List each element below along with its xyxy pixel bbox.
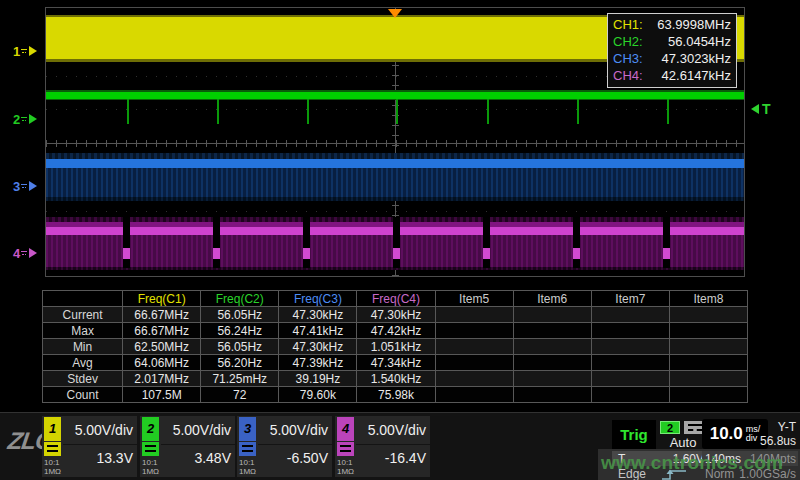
ch1-offset: 13.3V — [96, 450, 133, 466]
waveform-ch4-gap-pulse — [123, 248, 130, 259]
waveform-ch4-gap — [483, 217, 490, 268]
table-cell — [435, 323, 513, 339]
freq-ch3-value: 47.3023kHz — [662, 51, 731, 67]
ch1-probe-info: 10:1 1MΩ — [44, 458, 61, 476]
ch3-position-marker[interactable]: 3 — [13, 179, 37, 193]
table-cell: 71.25mHz — [201, 371, 279, 387]
oscilloscope-screen: 1 2 3 4 T CH1: 63.9998MHz CH2: 56.0454Hz… — [0, 0, 800, 480]
freq-ch2-value: 56.0454Hz — [668, 34, 731, 50]
table-col-header-item5[interactable]: Item5 — [435, 291, 513, 307]
ch4-status-block[interactable]: 4 10:1 1MΩ 5.00V/div -16.4V — [335, 416, 430, 477]
ch4-probe-ratio: 10:1 — [337, 458, 354, 467]
table-cell: 1.051kHz — [357, 339, 435, 355]
arrow-right-icon — [29, 181, 37, 191]
display-mode: Y-T — [742, 420, 796, 434]
table-cell: 79.60k — [279, 387, 357, 403]
ch2-probe-info: 10:1 1MΩ — [142, 458, 159, 476]
ch2-dc-coupling-icon — [142, 442, 159, 456]
table-cell — [435, 355, 513, 371]
table-cell — [435, 371, 513, 387]
waveform-ch4-gap-pulse — [393, 248, 400, 259]
trigger-level-label: T — [762, 101, 771, 117]
table-cell — [513, 307, 591, 323]
ch4-badge[interactable]: 4 — [337, 417, 354, 441]
ch2-status-block[interactable]: 2 10:1 1MΩ 5.00V/div 3.48V — [140, 416, 235, 477]
table-cell — [513, 339, 591, 355]
table-col-header-item7[interactable]: Item7 — [591, 291, 669, 307]
ch2-position-marker[interactable]: 2 — [13, 112, 37, 126]
ch2-badge[interactable]: 2 — [142, 417, 159, 441]
table-cell: 47.30kHz — [279, 307, 357, 323]
freq-ch4-label: CH4: — [613, 68, 643, 84]
waveform-ch4-gap — [393, 217, 400, 268]
row-label: Avg — [43, 355, 123, 371]
measurement-table: Freq(C1) Freq(C2) Freq(C3) Freq(C4) Item… — [42, 290, 748, 403]
ch1-position-marker[interactable]: 1 — [13, 44, 37, 58]
waveform-ch4-gap-pulse — [663, 248, 670, 259]
table-cell: 47.30kHz — [357, 307, 435, 323]
trigger-level-marker[interactable]: T — [751, 101, 771, 117]
table-cell — [591, 339, 669, 355]
ch3-offset: -6.50V — [287, 450, 328, 466]
table-cell — [435, 387, 513, 403]
table-cell: 47.39kHz — [279, 355, 357, 371]
waveform-ch2-spike — [396, 99, 398, 124]
waveform-ch3-fill — [46, 168, 744, 197]
timebase-mode-info: Y-T 56.8us — [742, 420, 796, 448]
ch3-status-block[interactable]: 3 10:1 1MΩ 5.00V/div -6.50V — [237, 416, 332, 477]
table-row-current: Current 66.67MHz 56.05Hz 47.30kHz 47.30k… — [43, 307, 748, 323]
table-cell: 1.540kHz — [357, 371, 435, 387]
table-cell: 47.41kHz — [279, 323, 357, 339]
table-col-header-item8[interactable]: Item8 — [669, 291, 747, 307]
table-cell: 56.20Hz — [201, 355, 279, 371]
row-label: Count — [43, 387, 123, 403]
arrow-right-icon — [29, 114, 37, 124]
ch4-offset: -16.4V — [385, 450, 426, 466]
trigger-sweep-mode[interactable]: Auto — [658, 435, 708, 450]
trigger-status-title[interactable]: Trig — [612, 420, 656, 449]
waveform-ch3-trace — [46, 159, 744, 168]
ch1-status-block[interactable]: 1 10:1 1MΩ 5.00V/div 13.3V — [42, 416, 137, 477]
trigger-source-badge[interactable]: 2 — [660, 421, 680, 434]
freq-row-ch3: CH3: 47.3023kHz — [613, 51, 731, 67]
table-cell: 47.42kHz — [357, 323, 435, 339]
waveform-ch4-gap — [123, 217, 130, 268]
table-cell — [591, 371, 669, 387]
table-col-header-item6[interactable]: Item6 — [513, 291, 591, 307]
table-cell — [669, 323, 747, 339]
table-col-header-freq-c1[interactable]: Freq(C1) — [123, 291, 201, 307]
table-cell — [669, 387, 747, 403]
table-cell — [591, 387, 669, 403]
table-col-header-freq-c3[interactable]: Freq(C3) — [279, 291, 357, 307]
freq-ch3-label: CH3: — [613, 51, 643, 67]
table-cell: 47.34kHz — [357, 355, 435, 371]
table-col-header-freq-c4[interactable]: Freq(C4) — [357, 291, 435, 307]
table-col-header — [43, 291, 123, 307]
table-cell: 56.24Hz — [201, 323, 279, 339]
ch1-badge[interactable]: 1 — [44, 417, 61, 441]
table-row-avg: Avg 64.06MHz 56.20Hz 47.39kHz 47.34kHz — [43, 355, 748, 371]
trigger-position-marker-icon[interactable] — [388, 9, 402, 18]
table-row-count: Count 107.5M 72 79.60k 75.98k — [43, 387, 748, 403]
freq-ch1-value: 63.9998MHz — [657, 17, 731, 33]
ch3-probe-ratio: 10:1 — [239, 458, 256, 467]
table-cell — [669, 339, 747, 355]
table-cell — [513, 371, 591, 387]
waveform-ch4-gap-pulse — [213, 248, 220, 259]
table-cell — [591, 307, 669, 323]
row-label: Current — [43, 307, 123, 323]
ch4-position-marker[interactable]: 4 — [13, 246, 37, 260]
waveform-ch2-spike — [577, 99, 579, 124]
arrow-right-icon — [29, 248, 37, 258]
ch3-badge[interactable]: 3 — [239, 417, 256, 441]
waveform-ch4-gap-pulse — [303, 248, 310, 259]
ch4-marker-label: 4 — [13, 246, 20, 261]
table-cell: 56.05Hz — [201, 339, 279, 355]
row-label: Min — [43, 339, 123, 355]
ch4-dc-coupling-icon — [337, 442, 354, 456]
table-row-stdev: Stdev 2.017MHz 71.25mHz 39.19Hz 1.540kHz — [43, 371, 748, 387]
ch3-marker-label: 3 — [13, 179, 20, 194]
table-col-header-freq-c2[interactable]: Freq(C2) — [201, 291, 279, 307]
frequency-readout-panel: CH1: 63.9998MHz CH2: 56.0454Hz CH3: 47.3… — [607, 13, 737, 88]
table-cell — [513, 355, 591, 371]
